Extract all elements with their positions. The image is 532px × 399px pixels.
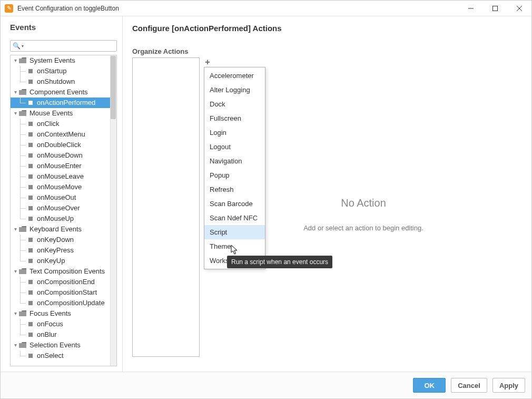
tooltip: Run a script when an event occurs <box>227 256 332 268</box>
tree-item[interactable]: onMouseEnter <box>11 161 110 171</box>
tree-item[interactable]: onMouseDown <box>11 150 110 161</box>
ok-button[interactable]: OK <box>413 378 446 393</box>
tree-item[interactable]: onContextMenu <box>11 129 110 140</box>
tree-group-label: Keyboard Events <box>29 224 82 235</box>
collapse-icon[interactable]: ▾ <box>13 108 18 119</box>
tree-item[interactable]: onCompositionEnd <box>11 277 110 287</box>
tree-group[interactable]: ▾Focus Events <box>11 308 110 319</box>
tree-group-label: Text Composition Events <box>29 266 105 277</box>
tree-item[interactable]: onBlur <box>11 329 110 340</box>
tree-item-label: onMouseOver <box>37 203 80 213</box>
tree-item[interactable]: onKeyPress <box>11 245 110 256</box>
dropdown-item[interactable]: Theme <box>204 239 265 254</box>
tree-group[interactable]: ▾Text Composition Events <box>11 266 110 277</box>
tree-item-label: onMouseUp <box>37 213 74 224</box>
minimize-button[interactable] <box>459 1 483 16</box>
cancel-button[interactable]: Cancel <box>451 378 487 393</box>
search-dropdown-caret-icon[interactable]: ▾ <box>22 44 24 48</box>
collapse-icon[interactable]: ▾ <box>13 340 18 351</box>
dropdown-item[interactable]: Alter Logging <box>204 83 265 97</box>
close-button[interactable] <box>507 1 531 16</box>
dropdown-item[interactable]: Navigation <box>204 154 265 168</box>
add-action-dropdown[interactable]: AccelerometerAlter LoggingDockFullscreen… <box>204 67 265 269</box>
tree-item[interactable]: onStartup <box>11 66 110 76</box>
dropdown-item[interactable]: Accelerometer <box>204 69 265 83</box>
collapse-icon[interactable]: ▾ <box>13 308 18 319</box>
folder-icon <box>19 226 26 232</box>
tree-item[interactable]: onKeyUp <box>11 256 110 266</box>
search-icon: 🔍 <box>13 42 21 50</box>
event-icon <box>28 69 33 73</box>
no-action-title: No Action <box>341 197 386 209</box>
tree-item[interactable]: onKeyDown <box>11 235 110 245</box>
dropdown-item[interactable]: Dock <box>204 97 265 111</box>
tree-item-label: onContextMenu <box>37 129 85 140</box>
folder-icon <box>19 110 26 116</box>
tree-item-label: onKeyDown <box>37 235 74 245</box>
tree-item[interactable]: onFocus <box>11 319 110 329</box>
dropdown-item[interactable]: Scan Barcode <box>204 197 265 211</box>
event-icon <box>28 354 33 358</box>
add-action-button[interactable]: + <box>203 57 212 67</box>
page-title: Configure [onActionPerformed] Actions <box>132 24 522 33</box>
dropdown-item[interactable]: Script <box>204 225 265 239</box>
collapse-icon[interactable]: ▾ <box>13 224 18 235</box>
tree-item-label: onKeyUp <box>37 256 65 266</box>
tree-item[interactable]: onDoubleClick <box>11 140 110 150</box>
titlebar: ✎ Event Configuration on toggleButton <box>1 1 531 16</box>
folder-icon <box>19 57 26 64</box>
event-icon <box>28 238 33 242</box>
tree-item[interactable]: onCompositionUpdate <box>11 298 110 308</box>
tree-item[interactable]: onMouseUp <box>11 213 110 224</box>
dialog-footer: OK Cancel Apply <box>1 372 531 398</box>
dropdown-item[interactable]: Fullscreen <box>204 111 265 125</box>
event-icon <box>28 322 33 326</box>
tree-scrollbar[interactable] <box>110 55 116 366</box>
event-icon <box>28 80 33 84</box>
collapse-icon[interactable]: ▾ <box>13 87 18 98</box>
event-icon <box>28 164 33 168</box>
events-tree[interactable]: ▾System EventsonStartuponShutdown▾Compon… <box>11 55 110 361</box>
dropdown-item[interactable]: Popup <box>204 168 265 182</box>
dropdown-item[interactable]: Refresh <box>204 182 265 197</box>
maximize-button[interactable] <box>483 1 507 16</box>
tree-group-label: Focus Events <box>29 308 71 319</box>
apply-button[interactable]: Apply <box>492 378 525 393</box>
tree-item-label: onBlur <box>37 329 57 340</box>
collapse-icon[interactable]: ▾ <box>13 55 18 66</box>
tree-item[interactable]: onMouseOut <box>11 192 110 203</box>
tree-item[interactable]: onMouseOver <box>11 203 110 213</box>
tree-group[interactable]: ▾Keyboard Events <box>11 224 110 235</box>
tree-item[interactable]: onSelect <box>11 351 110 361</box>
search-input-wrapper[interactable]: 🔍 ▾ <box>10 40 117 52</box>
tree-group[interactable]: ▾Mouse Events <box>11 108 110 119</box>
tree-item[interactable]: onMouseMove <box>11 182 110 192</box>
tree-group[interactable]: ▾System Events <box>11 55 110 66</box>
tree-item[interactable]: onActionPerformed <box>11 98 110 108</box>
dropdown-item[interactable]: Logout <box>204 140 265 154</box>
tree-item-label: onCompositionEnd <box>37 277 95 287</box>
tree-item-label: onClick <box>37 119 60 129</box>
tree-item-label: onFocus <box>37 319 63 329</box>
event-icon <box>28 174 33 179</box>
main-panel: Configure [onActionPerformed] Actions Or… <box>123 16 531 372</box>
tree-scrollbar-thumb[interactable] <box>111 56 116 119</box>
tree-item[interactable]: onShutdown <box>11 76 110 87</box>
collapse-icon[interactable]: ▾ <box>13 266 18 277</box>
tree-item[interactable]: onClick <box>11 119 110 129</box>
tree-item-label: onCompositionStart <box>37 287 97 298</box>
tree-item[interactable]: onMouseLeave <box>11 171 110 182</box>
tree-group[interactable]: ▾Component Events <box>11 87 110 98</box>
sidebar-title: Events <box>10 23 117 32</box>
tree-item-label: onMouseDown <box>37 150 83 161</box>
dropdown-item[interactable]: Scan Ndef NFC <box>204 211 265 225</box>
folder-icon <box>19 342 26 348</box>
tree-item[interactable]: onCompositionStart <box>11 287 110 298</box>
tree-group[interactable]: ▾Selection Events <box>11 340 110 351</box>
tree-item-label: onKeyPress <box>37 245 74 256</box>
search-input[interactable] <box>26 41 114 51</box>
tree-item-label: onStartup <box>37 66 66 76</box>
dropdown-item[interactable]: Login <box>204 125 265 140</box>
folder-icon <box>19 310 26 317</box>
actions-list[interactable] <box>132 57 200 357</box>
